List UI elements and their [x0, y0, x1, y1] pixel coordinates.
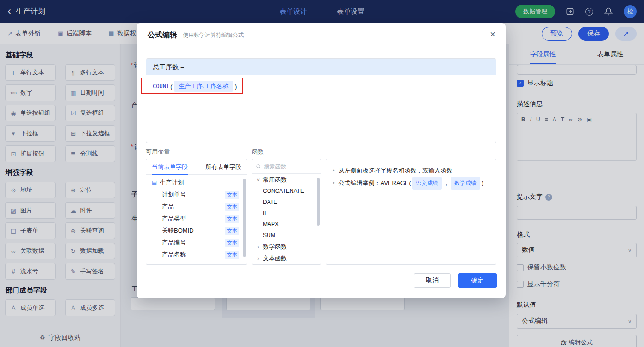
function-search-input[interactable]	[264, 163, 317, 170]
help-tip-1: •从左侧面板选择字段名和函数，或输入函数	[333, 165, 489, 177]
field-type-badge: 文本	[225, 251, 239, 259]
cancel-button[interactable]: 取消	[414, 273, 451, 288]
variables-panel: 当前表单字段 所有表单字段 ▤ 生产计划 计划单号文本 产品文本 产品类型文本 …	[146, 159, 247, 265]
search-icon	[256, 163, 261, 169]
formula-editor: 总工序数 = COUNT ( 生产工序.工序名称 )	[146, 58, 496, 143]
tab-current-form-fields[interactable]: 当前表单字段	[152, 159, 188, 174]
app-root: ‹ 生产计划 表单设计 表单设置 数据管理 ? 检 ↗ 表单外链	[0, 0, 644, 347]
variable-row[interactable]: 产品名称文本	[146, 249, 247, 261]
document-icon: ▤	[152, 179, 157, 186]
chevron-down-icon: ∨	[256, 177, 261, 183]
function-group-text[interactable]: › 文本函数	[252, 252, 321, 264]
formula-edit-modal: 公式编辑 使用数学运算符编辑公式 × 总工序数 = COUNT ( 生产工序.工…	[137, 23, 506, 298]
scrollbar-thumb[interactable]	[243, 179, 246, 257]
help-tip-2: •公式编辑举例：AVERAGE(语文成绩，数学成绩)	[333, 177, 489, 190]
variables-tree-root[interactable]: ▤ 生产计划	[146, 175, 247, 189]
field-type-badge: 文本	[225, 239, 239, 247]
variable-row[interactable]: 产品编号文本	[146, 237, 247, 249]
modal-subtitle: 使用数学运算符编辑公式	[183, 31, 244, 39]
variable-row[interactable]: 产品文本	[146, 201, 247, 213]
chevron-right-icon: ›	[256, 244, 261, 250]
variables-label: 可用变量	[146, 148, 170, 156]
functions-label: 函数	[252, 148, 264, 156]
tab-all-form-fields[interactable]: 所有表单字段	[205, 159, 241, 174]
function-item-concatenate[interactable]: CONCATENATE	[252, 185, 321, 197]
example-variable-chip: 语文成绩	[412, 177, 442, 190]
formula-input-area[interactable]: COUNT ( 生产工序.工序名称 )	[146, 75, 496, 97]
chevron-right-icon: ›	[256, 256, 261, 261]
function-group-common[interactable]: ∨ 常用函数	[252, 174, 321, 185]
formula-function-name: COUNT	[153, 83, 169, 90]
example-variable-chip: 数学成绩	[451, 177, 480, 190]
function-item-mapx[interactable]: MAPX	[252, 219, 321, 230]
field-type-badge: 文本	[225, 215, 239, 223]
function-group-math[interactable]: › 数学函数	[252, 241, 321, 252]
field-type-badge: 文本	[225, 227, 239, 235]
modal-title: 公式编辑	[148, 30, 177, 40]
variable-row[interactable]: 关联BOMID文本	[146, 225, 247, 237]
functions-panel: ∨ 常用函数 CONCATENATE DATE IF MAPX SUM › 数学…	[252, 159, 321, 265]
formula-help-panel: •从左侧面板选择字段名和函数，或输入函数 •公式编辑举例：AVERAGE(语文成…	[326, 159, 496, 265]
function-item-if[interactable]: IF	[252, 208, 321, 219]
close-icon[interactable]: ×	[490, 30, 495, 39]
formula-variable-chip[interactable]: 生产工序.工序名称	[174, 81, 233, 92]
function-search	[252, 159, 321, 174]
formula-target: 总工序数 =	[146, 59, 496, 75]
function-item-date[interactable]: DATE	[252, 197, 321, 208]
field-type-badge: 文本	[225, 203, 239, 211]
field-type-badge: 文本	[225, 191, 239, 199]
variable-row[interactable]: 产品类型文本	[146, 213, 247, 225]
function-item-sum[interactable]: SUM	[252, 230, 321, 241]
ok-button[interactable]: 确定	[458, 273, 497, 288]
scrollbar-thumb[interactable]	[317, 178, 320, 226]
variable-row[interactable]: 计划单号文本	[146, 189, 247, 201]
